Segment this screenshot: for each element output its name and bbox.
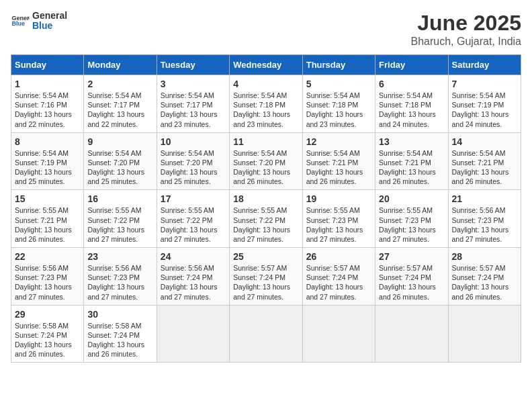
day-info: Daylight: 13 hours: [306, 225, 371, 234]
day-info: Sunset: 7:17 PM: [87, 100, 152, 109]
calendar-cell: 10Sunrise: 5:54 AMSunset: 7:20 PMDayligh…: [157, 132, 229, 190]
day-info: and 26 minutes.: [452, 292, 517, 302]
day-number: 1: [15, 79, 80, 89]
day-number: 8: [15, 136, 80, 147]
day-info: Sunset: 7:24 PM: [87, 330, 152, 340]
day-info: and 27 minutes.: [161, 234, 226, 244]
day-number: 18: [233, 193, 298, 204]
day-info: Sunrise: 5:54 AM: [306, 91, 371, 100]
calendar-cell: 19Sunrise: 5:55 AMSunset: 7:23 PMDayligh…: [302, 190, 375, 248]
day-info: Sunrise: 5:55 AM: [15, 205, 80, 215]
day-info: Daylight: 13 hours: [233, 225, 298, 234]
day-info: and 27 minutes.: [233, 292, 298, 302]
day-info: Sunrise: 5:55 AM: [306, 205, 371, 215]
day-info: Sunset: 7:17 PM: [161, 100, 226, 109]
day-info: and 24 minutes.: [379, 120, 444, 129]
day-info: Daylight: 13 hours: [15, 340, 80, 349]
calendar-table: Sunday Monday Tuesday Wednesday Thursday…: [11, 54, 521, 363]
day-info: and 27 minutes.: [452, 234, 517, 244]
calendar-cell: 5Sunrise: 5:54 AMSunset: 7:18 PMDaylight…: [302, 75, 375, 133]
day-info: and 27 minutes.: [306, 234, 371, 244]
day-info: Daylight: 13 hours: [15, 282, 80, 291]
day-info: and 23 minutes.: [161, 120, 226, 129]
day-info: Sunset: 7:22 PM: [161, 216, 226, 225]
day-info: Sunrise: 5:58 AM: [87, 321, 152, 330]
header-saturday: Saturday: [448, 55, 521, 75]
calendar-cell: 20Sunrise: 5:55 AMSunset: 7:23 PMDayligh…: [375, 190, 448, 248]
day-number: 22: [15, 251, 80, 262]
calendar-cell: 9Sunrise: 5:54 AMSunset: 7:20 PMDaylight…: [84, 132, 157, 190]
calendar-cell: 26Sunrise: 5:57 AMSunset: 7:24 PMDayligh…: [302, 248, 375, 306]
day-number: 4: [233, 79, 298, 89]
calendar-cell: 3Sunrise: 5:54 AMSunset: 7:17 PMDaylight…: [157, 75, 229, 133]
day-info: Sunset: 7:23 PM: [379, 216, 444, 225]
day-info: Daylight: 13 hours: [161, 282, 226, 291]
calendar-cell: [230, 305, 302, 363]
day-info: Daylight: 13 hours: [87, 225, 152, 234]
day-info: Daylight: 13 hours: [87, 282, 152, 291]
day-number: 6: [379, 79, 444, 89]
day-number: 29: [15, 309, 80, 320]
day-info: Sunset: 7:23 PM: [87, 273, 152, 282]
day-info: Sunrise: 5:54 AM: [233, 91, 298, 100]
calendar-cell: [157, 305, 229, 363]
day-info: and 25 minutes.: [161, 177, 226, 186]
day-info: Daylight: 13 hours: [15, 167, 80, 177]
day-info: Sunrise: 5:57 AM: [452, 263, 517, 273]
logo-general: General: [32, 10, 67, 21]
day-info: Daylight: 13 hours: [452, 282, 517, 291]
day-info: Sunrise: 5:54 AM: [452, 148, 517, 158]
day-info: Daylight: 13 hours: [233, 109, 298, 119]
header: General Blue General Blue June 2025 Bhar…: [11, 11, 521, 48]
day-info: Daylight: 13 hours: [379, 282, 444, 291]
day-info: Daylight: 13 hours: [452, 225, 517, 234]
calendar-cell: 6Sunrise: 5:54 AMSunset: 7:18 PMDaylight…: [375, 75, 448, 133]
svg-text:Blue: Blue: [11, 20, 25, 27]
calendar-week-row: 29Sunrise: 5:58 AMSunset: 7:24 PMDayligh…: [11, 305, 521, 363]
calendar-cell: 7Sunrise: 5:54 AMSunset: 7:19 PMDaylight…: [448, 75, 521, 133]
day-info: Sunrise: 5:57 AM: [233, 263, 298, 273]
day-info: Sunset: 7:23 PM: [452, 216, 517, 225]
day-info: Sunrise: 5:55 AM: [233, 205, 298, 215]
calendar-cell: 29Sunrise: 5:58 AMSunset: 7:24 PMDayligh…: [11, 305, 84, 363]
day-info: Sunset: 7:24 PM: [161, 273, 226, 282]
calendar-cell: 13Sunrise: 5:54 AMSunset: 7:21 PMDayligh…: [375, 132, 448, 190]
day-info: Daylight: 13 hours: [87, 167, 152, 177]
calendar-week-row: 8Sunrise: 5:54 AMSunset: 7:19 PMDaylight…: [11, 132, 521, 190]
day-info: Daylight: 13 hours: [452, 109, 517, 119]
day-info: and 24 minutes.: [452, 120, 517, 129]
day-info: Sunrise: 5:55 AM: [87, 205, 152, 215]
day-info: Sunrise: 5:57 AM: [379, 263, 444, 273]
calendar-cell: 25Sunrise: 5:57 AMSunset: 7:24 PMDayligh…: [230, 248, 302, 306]
day-info: Sunset: 7:21 PM: [15, 216, 80, 225]
day-number: 14: [452, 136, 517, 147]
day-number: 17: [161, 193, 226, 204]
calendar-cell: 8Sunrise: 5:54 AMSunset: 7:19 PMDaylight…: [11, 132, 84, 190]
calendar-cell: 22Sunrise: 5:56 AMSunset: 7:23 PMDayligh…: [11, 248, 84, 306]
day-info: Daylight: 13 hours: [379, 109, 444, 119]
day-info: Daylight: 13 hours: [233, 282, 298, 291]
calendar-cell: 1Sunrise: 5:54 AMSunset: 7:16 PMDaylight…: [11, 75, 84, 133]
calendar-cell: 15Sunrise: 5:55 AMSunset: 7:21 PMDayligh…: [11, 190, 84, 248]
day-number: 5: [306, 79, 371, 89]
day-info: Daylight: 13 hours: [306, 282, 371, 291]
day-info: Sunrise: 5:54 AM: [306, 148, 371, 158]
day-number: 30: [87, 309, 152, 320]
day-info: and 26 minutes.: [379, 292, 444, 302]
calendar-cell: [448, 305, 521, 363]
day-info: Sunrise: 5:56 AM: [87, 263, 152, 273]
calendar-cell: 27Sunrise: 5:57 AMSunset: 7:24 PMDayligh…: [375, 248, 448, 306]
day-info: Sunset: 7:20 PM: [161, 158, 226, 167]
calendar-cell: 28Sunrise: 5:57 AMSunset: 7:24 PMDayligh…: [448, 248, 521, 306]
calendar-cell: 23Sunrise: 5:56 AMSunset: 7:23 PMDayligh…: [84, 248, 157, 306]
day-info: Sunrise: 5:56 AM: [161, 263, 226, 273]
day-info: and 22 minutes.: [87, 120, 152, 129]
day-info: and 25 minutes.: [15, 177, 80, 186]
day-number: 7: [452, 79, 517, 89]
day-info: Sunset: 7:24 PM: [15, 330, 80, 340]
calendar-week-row: 15Sunrise: 5:55 AMSunset: 7:21 PMDayligh…: [11, 190, 521, 248]
day-info: Sunrise: 5:54 AM: [15, 91, 80, 100]
day-info: Daylight: 13 hours: [306, 167, 371, 177]
day-info: Sunrise: 5:58 AM: [15, 321, 80, 330]
day-info: and 23 minutes.: [233, 120, 298, 129]
